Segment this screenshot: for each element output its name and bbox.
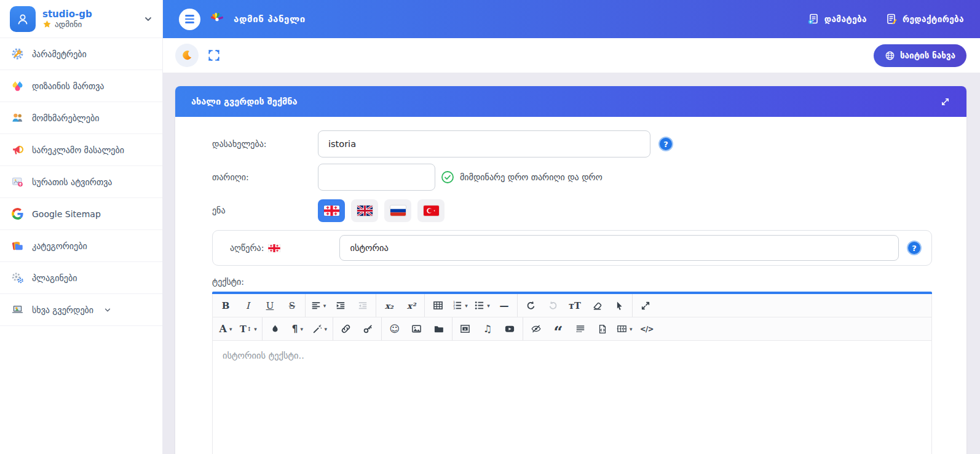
- italic-button[interactable]: I: [237, 294, 259, 317]
- eraser-button[interactable]: [586, 294, 608, 317]
- date-hint: მიმდინარე დრო თარიღი და დრო: [441, 170, 603, 184]
- video-embed-button[interactable]: [454, 317, 476, 340]
- sidebar-item-other-pages[interactable]: სხვა გვერდები: [0, 294, 162, 326]
- flag-turkey-button[interactable]: [417, 199, 445, 222]
- undo-button[interactable]: [520, 294, 542, 317]
- underline-button[interactable]: U: [259, 294, 281, 317]
- align-left-icon: [311, 301, 321, 311]
- emoticon-button[interactable]: ☺: [384, 317, 406, 340]
- sidebar-item-users[interactable]: მომხმარებლები: [0, 102, 162, 134]
- youtube-button[interactable]: [499, 317, 521, 340]
- flag-russia-button[interactable]: [384, 199, 411, 222]
- folders-icon: [11, 239, 24, 252]
- georgia-flag-icon: [268, 244, 280, 252]
- ordered-list-button[interactable]: 123▾: [449, 294, 471, 317]
- sidebar-item-google-sitemap[interactable]: Google Sitemap: [0, 198, 162, 230]
- date-field-row: თარიღი: მიმდინარე დრო თარიღი და დრო: [212, 164, 932, 191]
- description-input[interactable]: [339, 235, 899, 261]
- superscript-button[interactable]: x²: [400, 294, 422, 317]
- document-edit-icon: [885, 13, 898, 25]
- chevron-down-icon: [104, 306, 111, 314]
- workspace-switcher[interactable]: studio-gb ადმინი: [0, 0, 162, 38]
- date-hint-text: მიმდინარე დრო თარიღი და დრო: [460, 172, 603, 182]
- flag-united-kingdom-button[interactable]: [351, 199, 378, 222]
- bold-button[interactable]: B: [215, 294, 237, 317]
- sidebar-item-parameters[interactable]: პარამეტრები: [0, 38, 162, 70]
- font-scale-button[interactable]: T↕▾: [237, 317, 260, 340]
- cursor-button[interactable]: [608, 294, 630, 317]
- strikethrough-button[interactable]: S: [281, 294, 303, 317]
- paragraph-button[interactable]: ¶▾: [286, 317, 309, 340]
- google-icon: [11, 207, 24, 220]
- expand-arrows-icon: [207, 49, 221, 62]
- quote-button[interactable]: “: [547, 317, 569, 340]
- source-document-button[interactable]: [591, 317, 614, 340]
- card-expand-icon[interactable]: [940, 97, 950, 107]
- font-color-button[interactable]: A▾: [215, 317, 237, 340]
- turkey-flag-icon: [424, 205, 439, 216]
- fullscreen-button[interactable]: [207, 49, 221, 62]
- sidebar-item-design[interactable]: დიზაინის მართვა: [0, 70, 162, 102]
- users-icon: [11, 111, 24, 124]
- dark-mode-button[interactable]: [175, 44, 199, 67]
- name-field-row: დასახელება: ?: [212, 130, 932, 157]
- image-button[interactable]: [406, 317, 428, 340]
- menu-toggle-button[interactable]: [179, 9, 200, 30]
- subscript-button[interactable]: x₂: [378, 294, 400, 317]
- name-input[interactable]: [318, 130, 650, 157]
- ordered-list-icon: 123: [452, 300, 462, 311]
- help-icon[interactable]: ?: [907, 241, 922, 255]
- sidebar-nav: პარამეტრები დიზაინის მართვა მომხმარებლებ…: [0, 38, 162, 326]
- editor-fullscreen-button[interactable]: [634, 294, 657, 317]
- gear-wrench-icon: [11, 47, 24, 60]
- magic-wand-button[interactable]: ▾: [309, 317, 331, 340]
- table-strike-icon: [617, 324, 627, 334]
- edit-button[interactable]: რედაქტირება: [885, 13, 964, 25]
- indent-button[interactable]: [330, 294, 352, 317]
- table-button[interactable]: [427, 294, 449, 317]
- code-view-button[interactable]: </>: [636, 317, 658, 340]
- sidebar-item-image-upload[interactable]: სურათის ატვირთვა: [0, 166, 162, 198]
- music-button[interactable]: ♫: [476, 317, 499, 340]
- editor-content[interactable]: ისტორიის ტექსტი..: [212, 341, 932, 454]
- sidebar-item-label: სურათის ატვირთვა: [32, 177, 112, 187]
- language-selector: [318, 199, 445, 222]
- horizontal-rule-button[interactable]: —: [493, 294, 515, 317]
- align-special-button[interactable]: [569, 317, 591, 340]
- unordered-list-button[interactable]: ▾: [471, 294, 493, 317]
- card-body: დასახელება: ? თარიღი: მიმდინარე დრო თარი…: [175, 117, 966, 454]
- editor-toolbar-row-2: A▾ T↕▾ ¶▾ ▾: [212, 317, 932, 341]
- sidebar-item-categories[interactable]: კატეგორიები: [0, 230, 162, 262]
- align-button[interactable]: ▾: [307, 294, 330, 317]
- link-button[interactable]: [335, 317, 357, 340]
- file-manager-button[interactable]: [428, 317, 450, 340]
- help-icon[interactable]: ?: [658, 137, 673, 151]
- outdent-button[interactable]: [352, 294, 374, 317]
- svg-text:3: 3: [453, 306, 455, 310]
- language-label: ენა: [212, 205, 318, 215]
- key-button[interactable]: [357, 317, 379, 340]
- main-area: ადმინ პანელი დამატება რედაქტირება: [163, 0, 980, 454]
- view-site-button[interactable]: საიტის ნახვა: [874, 44, 966, 67]
- globe-icon: [885, 50, 895, 61]
- font-size-button[interactable]: тT: [564, 294, 586, 317]
- sidebar-item-label: კატეგორიები: [32, 241, 87, 251]
- chevron-down-icon: ▾: [630, 326, 633, 332]
- sidebar-item-label: დიზაინის მართვა: [32, 81, 104, 91]
- chevron-down-icon: [144, 15, 152, 23]
- sidebar-item-plugins[interactable]: პლაგინები: [0, 262, 162, 294]
- redo-icon: [548, 300, 558, 311]
- add-button[interactable]: დამატება: [807, 13, 867, 25]
- redo-button[interactable]: [542, 294, 564, 317]
- sidebar-item-label: მომხმარებლები: [32, 113, 99, 123]
- table-delete-button[interactable]: ▾: [614, 317, 636, 340]
- sidebar-item-ads[interactable]: სარეკლამო მასალები: [0, 134, 162, 166]
- eraser-icon: [592, 300, 603, 311]
- eye-slash-icon: [531, 324, 542, 334]
- date-input[interactable]: [318, 164, 435, 191]
- flag-georgia-button[interactable]: [318, 199, 345, 222]
- hide-button[interactable]: [525, 317, 547, 340]
- chevron-down-icon: ▾: [254, 326, 257, 332]
- edit-button-label: რედაქტირება: [903, 14, 964, 24]
- background-color-button[interactable]: [264, 317, 286, 340]
